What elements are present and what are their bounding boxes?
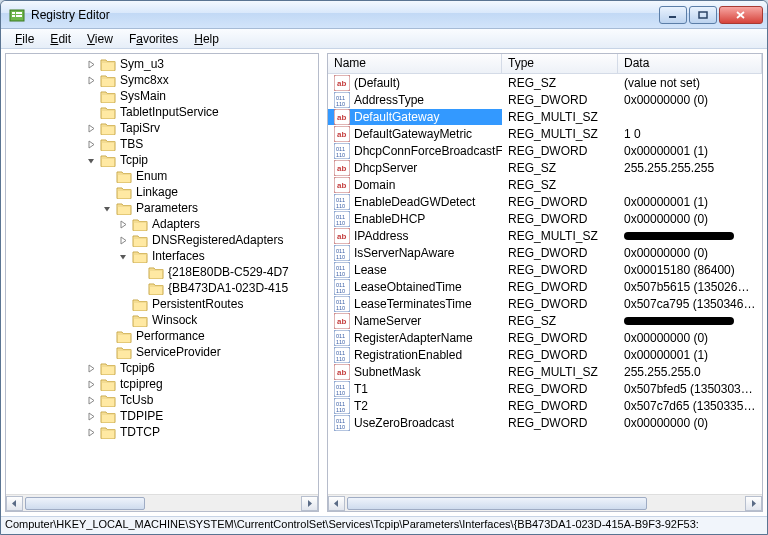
value-name-cell[interactable]: SubnetMask [328, 364, 502, 380]
list-item[interactable]: LeaseREG_DWORD0x00015180 (86400) [328, 261, 762, 278]
chevron-right-icon[interactable] [86, 395, 97, 406]
tree-item[interactable]: DNSRegisteredAdapters [6, 232, 318, 248]
list-item[interactable]: RegistrationEnabledREG_DWORD0x00000001 (… [328, 346, 762, 363]
list-item[interactable]: EnableDHCPREG_DWORD0x00000000 (0) [328, 210, 762, 227]
tree-item[interactable]: TabletInputService [6, 104, 318, 120]
chevron-right-icon[interactable] [86, 75, 97, 86]
value-name-cell[interactable]: DhcpConnForceBroadcastF... [328, 143, 502, 159]
chevron-right-icon[interactable] [118, 235, 129, 246]
chevron-down-icon[interactable] [86, 155, 97, 166]
menu-help[interactable]: Help [186, 31, 227, 47]
chevron-right-icon[interactable] [86, 139, 97, 150]
tree-item[interactable]: TcUsb [6, 392, 318, 408]
close-button[interactable] [719, 6, 763, 24]
scroll-right-button[interactable] [301, 496, 318, 511]
value-name-cell[interactable]: NameServer [328, 313, 502, 329]
list-item[interactable]: IPAddressREG_MULTI_SZ [328, 227, 762, 244]
chevron-down-icon[interactable] [118, 251, 129, 262]
value-name-cell[interactable]: T2 [328, 398, 502, 414]
list-item[interactable]: DefaultGatewayREG_MULTI_SZ [328, 108, 762, 125]
list-item[interactable]: LeaseObtainedTimeREG_DWORD0x507b5615 (13… [328, 278, 762, 295]
tree-item[interactable]: Adapters [6, 216, 318, 232]
list-item[interactable]: UseZeroBroadcastREG_DWORD0x00000000 (0) [328, 414, 762, 431]
tree-hscrollbar[interactable] [6, 494, 318, 511]
chevron-right-icon[interactable] [86, 363, 97, 374]
chevron-down-icon[interactable] [102, 203, 113, 214]
col-name[interactable]: Name [328, 54, 502, 73]
list-hscrollbar[interactable] [328, 494, 762, 511]
chevron-right-icon[interactable] [86, 411, 97, 422]
scroll-right-button[interactable] [745, 496, 762, 511]
list-item[interactable]: AddressTypeREG_DWORD0x00000000 (0) [328, 91, 762, 108]
maximize-button[interactable] [689, 6, 717, 24]
value-name-cell[interactable]: Lease [328, 262, 502, 278]
value-name-cell[interactable]: DefaultGatewayMetric [328, 126, 502, 142]
chevron-right-icon[interactable] [86, 379, 97, 390]
value-name-cell[interactable]: EnableDHCP [328, 211, 502, 227]
list-item[interactable]: SubnetMaskREG_MULTI_SZ255.255.255.0 [328, 363, 762, 380]
scroll-thumb[interactable] [25, 497, 145, 510]
chevron-right-icon[interactable] [86, 123, 97, 134]
tree-item[interactable]: {BB473DA1-023D-415 [6, 280, 318, 296]
scroll-left-button[interactable] [6, 496, 23, 511]
value-name-cell[interactable]: AddressType [328, 92, 502, 108]
list-item[interactable]: IsServerNapAwareREG_DWORD0x00000000 (0) [328, 244, 762, 261]
tree-item[interactable]: Enum [6, 168, 318, 184]
tree-item[interactable]: Tcpip [6, 152, 318, 168]
tree-item[interactable]: Parameters [6, 200, 318, 216]
value-name-cell[interactable]: DefaultGateway [328, 109, 502, 125]
tree-item[interactable]: Symc8xx [6, 72, 318, 88]
tree-item[interactable]: Linkage [6, 184, 318, 200]
value-name-cell[interactable]: LeaseObtainedTime [328, 279, 502, 295]
list-item[interactable]: NameServerREG_SZ [328, 312, 762, 329]
list-item[interactable]: (Default)REG_SZ(value not set) [328, 74, 762, 91]
tree-item[interactable]: TDTCP [6, 424, 318, 440]
tree-item[interactable]: Performance [6, 328, 318, 344]
list-item[interactable]: DefaultGatewayMetricREG_MULTI_SZ1 0 [328, 125, 762, 142]
value-name-cell[interactable]: (Default) [328, 75, 502, 91]
value-name-cell[interactable]: IsServerNapAware [328, 245, 502, 261]
menu-file[interactable]: File [7, 31, 42, 47]
tree-item[interactable]: tcpipreg [6, 376, 318, 392]
chevron-right-icon[interactable] [118, 219, 129, 230]
tree-item[interactable]: TDPIPE [6, 408, 318, 424]
col-data[interactable]: Data [618, 54, 762, 73]
value-name-cell[interactable]: EnableDeadGWDetect [328, 194, 502, 210]
list-item[interactable]: DomainREG_SZ [328, 176, 762, 193]
tree-item[interactable]: {218E80DB-C529-4D7 [6, 264, 318, 280]
tree-item[interactable]: Sym_u3 [6, 56, 318, 72]
menu-favorites[interactable]: Favorites [121, 31, 186, 47]
value-name-cell[interactable]: DhcpServer [328, 160, 502, 176]
list-item[interactable]: DhcpServerREG_SZ255.255.255.255 [328, 159, 762, 176]
scroll-track[interactable] [345, 496, 745, 511]
registry-tree[interactable]: Sym_u3Symc8xxSysMainTabletInputServiceTa… [6, 54, 318, 494]
value-name-cell[interactable]: T1 [328, 381, 502, 397]
list-item[interactable]: EnableDeadGWDetectREG_DWORD0x00000001 (1… [328, 193, 762, 210]
tree-item[interactable]: ServiceProvider [6, 344, 318, 360]
value-name-cell[interactable]: IPAddress [328, 228, 502, 244]
tree-item[interactable]: PersistentRoutes [6, 296, 318, 312]
scroll-left-button[interactable] [328, 496, 345, 511]
list-item[interactable]: DhcpConnForceBroadcastF...REG_DWORD0x000… [328, 142, 762, 159]
scroll-thumb[interactable] [347, 497, 647, 510]
tree-item[interactable]: Interfaces [6, 248, 318, 264]
list-item[interactable]: T1REG_DWORD0x507bfed5 (1350303445) [328, 380, 762, 397]
minimize-button[interactable] [659, 6, 687, 24]
chevron-right-icon[interactable] [86, 59, 97, 70]
titlebar[interactable]: Registry Editor [1, 1, 767, 29]
tree-item[interactable]: SysMain [6, 88, 318, 104]
menu-view[interactable]: View [79, 31, 121, 47]
list-item[interactable]: T2REG_DWORD0x507c7d65 (1350335845) [328, 397, 762, 414]
value-name-cell[interactable]: Domain [328, 177, 502, 193]
value-name-cell[interactable]: UseZeroBroadcast [328, 415, 502, 431]
tree-item[interactable]: Winsock [6, 312, 318, 328]
scroll-track[interactable] [23, 496, 301, 511]
value-name-cell[interactable]: RegistrationEnabled [328, 347, 502, 363]
menu-edit[interactable]: Edit [42, 31, 79, 47]
value-name-cell[interactable]: LeaseTerminatesTime [328, 296, 502, 312]
list-header[interactable]: Name Type Data [328, 54, 762, 74]
list-item[interactable]: LeaseTerminatesTimeREG_DWORD0x507ca795 (… [328, 295, 762, 312]
values-list[interactable]: (Default)REG_SZ(value not set)AddressTyp… [328, 74, 762, 494]
tree-item[interactable]: Tcpip6 [6, 360, 318, 376]
tree-item[interactable]: TapiSrv [6, 120, 318, 136]
